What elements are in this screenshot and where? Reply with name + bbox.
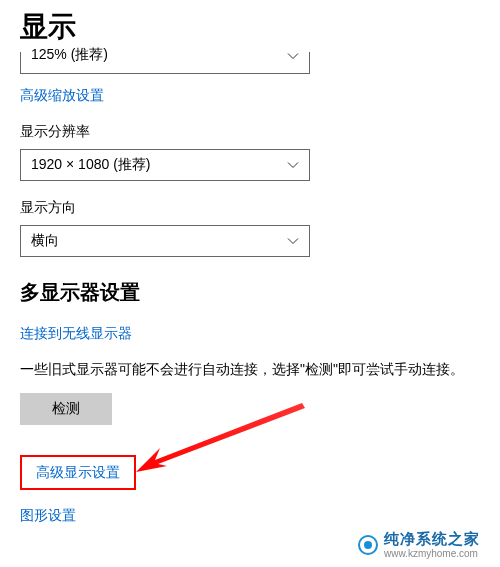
watermark-brand: 纯净系统之家 <box>384 530 480 549</box>
watermark-url: www.kzmyhome.com <box>384 549 480 559</box>
wireless-display-link[interactable]: 连接到无线显示器 <box>20 325 132 343</box>
chevron-down-icon <box>287 159 299 171</box>
scale-dropdown[interactable]: 125% (推荐) <box>20 52 310 74</box>
orientation-label: 显示方向 <box>20 199 480 217</box>
detect-button[interactable]: 检测 <box>20 393 112 425</box>
advanced-display-link[interactable]: 高级显示设置 <box>36 464 120 482</box>
graphics-settings-link[interactable]: 图形设置 <box>20 507 76 525</box>
chevron-down-icon <box>287 50 299 62</box>
watermark-icon <box>358 535 378 555</box>
chevron-down-icon <box>287 235 299 247</box>
advanced-scale-link[interactable]: 高级缩放设置 <box>20 87 104 105</box>
orientation-dropdown[interactable]: 横向 <box>20 225 310 257</box>
legacy-display-text: 一些旧式显示器可能不会进行自动连接，选择"检测"即可尝试手动连接。 <box>20 361 480 379</box>
resolution-label: 显示分辨率 <box>20 123 480 141</box>
resolution-value: 1920 × 1080 (推荐) <box>31 156 150 174</box>
orientation-value: 横向 <box>31 232 59 250</box>
watermark: 纯净系统之家 www.kzmyhome.com <box>358 530 480 559</box>
svg-point-1 <box>364 541 372 549</box>
highlight-annotation: 高级显示设置 <box>20 455 136 490</box>
multi-display-section-title: 多显示器设置 <box>20 279 480 306</box>
scale-value: 125% (推荐) <box>31 46 108 64</box>
resolution-dropdown[interactable]: 1920 × 1080 (推荐) <box>20 149 310 181</box>
page-title: 显示 <box>20 8 480 46</box>
